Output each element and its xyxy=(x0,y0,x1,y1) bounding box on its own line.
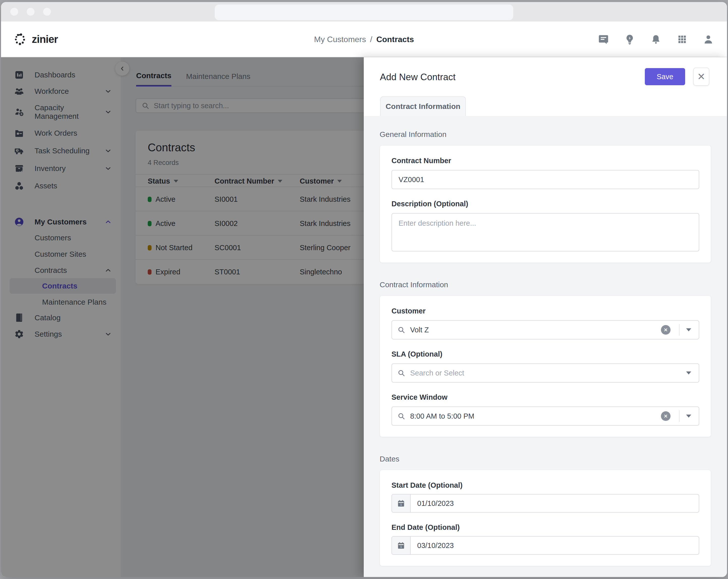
contract-number-field[interactable]: VZ0001 xyxy=(391,170,699,189)
sla-label: SLA (Optional) xyxy=(391,350,699,358)
drawer-title: Add New Contract xyxy=(380,72,456,82)
zinier-logo[interactable]: zinier xyxy=(13,21,58,57)
traffic-light-close[interactable] xyxy=(10,8,18,16)
mac-title-bar xyxy=(1,2,727,21)
start-date-field[interactable]: 1 01/10/2023 xyxy=(391,494,699,513)
lightbulb-icon[interactable] xyxy=(624,34,635,45)
breadcrumb-separator: / xyxy=(370,35,372,44)
svg-text:1: 1 xyxy=(400,545,402,548)
search-icon xyxy=(397,326,405,334)
contract-information-card: Customer Volt Z SLA (Optional) Search or… xyxy=(380,296,711,437)
description-label: Description (Optional) xyxy=(391,200,699,208)
save-button[interactable]: Save xyxy=(645,68,685,85)
traffic-light-zoom[interactable] xyxy=(43,8,51,16)
close-button[interactable]: ✕ xyxy=(693,68,709,86)
divider xyxy=(679,410,680,422)
description-field[interactable]: Enter description here... xyxy=(391,213,699,251)
start-date-label: Start Date (Optional) xyxy=(391,481,699,489)
service-window-select[interactable]: 8:00 AM to 5:00 PM xyxy=(391,406,699,426)
end-date-label: End Date (Optional) xyxy=(391,523,699,532)
browser-url-bar[interactable] xyxy=(215,4,513,20)
modal-dim-overlay[interactable] xyxy=(1,57,364,577)
contract-number-label: Contract Number xyxy=(391,157,699,165)
tab-label: Contract Information xyxy=(386,102,461,111)
header-actions xyxy=(598,21,714,57)
section-title-general: General Information xyxy=(380,130,711,139)
dropdown-caret-icon[interactable] xyxy=(686,372,691,375)
search-icon xyxy=(397,369,405,377)
breadcrumb-current: Contracts xyxy=(376,35,414,44)
traffic-light-minimize[interactable] xyxy=(27,8,34,16)
svg-text:1: 1 xyxy=(400,503,402,506)
dropdown-caret-icon[interactable] xyxy=(686,328,691,331)
customer-select[interactable]: Volt Z xyxy=(391,320,699,339)
clear-icon[interactable] xyxy=(661,411,671,421)
logo-text: zinier xyxy=(32,33,58,45)
zinier-logo-icon xyxy=(13,32,27,46)
breadcrumb-parent[interactable]: My Customers xyxy=(314,35,366,44)
service-window-value: 8:00 AM to 5:00 PM xyxy=(410,412,656,420)
bell-icon[interactable] xyxy=(650,34,661,45)
customer-label: Customer xyxy=(391,307,699,315)
section-title-dates: Dates xyxy=(380,455,711,463)
end-date-field[interactable]: 1 03/10/2023 xyxy=(391,536,699,555)
calendar-icon[interactable]: 1 xyxy=(392,495,411,512)
dates-card: Start Date (Optional) 1 01/10/2023 End D… xyxy=(380,470,711,566)
divider xyxy=(679,324,680,336)
user-avatar-icon[interactable] xyxy=(703,34,714,45)
service-window-label: Service Window xyxy=(391,393,699,401)
customer-value: Volt Z xyxy=(410,326,656,334)
close-icon: ✕ xyxy=(697,71,705,82)
drawer-header: Add New Contract Save ✕ Contract Informa… xyxy=(364,57,727,116)
add-contract-drawer: Add New Contract Save ✕ Contract Informa… xyxy=(364,57,727,577)
drawer-body: General Information Contract Number VZ00… xyxy=(364,116,727,577)
section-title-contract-info: Contract Information xyxy=(380,280,711,289)
app-window: zinier My Customers / Contracts xyxy=(1,2,727,577)
general-information-card: Contract Number VZ0001 Description (Opti… xyxy=(380,145,711,263)
app-header: zinier My Customers / Contracts xyxy=(1,21,727,57)
dropdown-caret-icon[interactable] xyxy=(686,414,691,418)
sla-placeholder: Search or Select xyxy=(410,369,681,377)
start-date-value: 01/10/2023 xyxy=(411,495,454,512)
search-icon xyxy=(397,412,405,420)
sla-select[interactable]: Search or Select xyxy=(391,363,699,382)
tab-contract-information[interactable]: Contract Information xyxy=(380,96,466,116)
clear-icon[interactable] xyxy=(661,325,671,335)
comment-icon[interactable] xyxy=(598,34,609,45)
end-date-value: 03/10/2023 xyxy=(411,537,454,554)
grid-icon[interactable] xyxy=(677,34,688,45)
calendar-icon[interactable]: 1 xyxy=(392,537,411,554)
breadcrumb: My Customers / Contracts xyxy=(314,21,414,57)
